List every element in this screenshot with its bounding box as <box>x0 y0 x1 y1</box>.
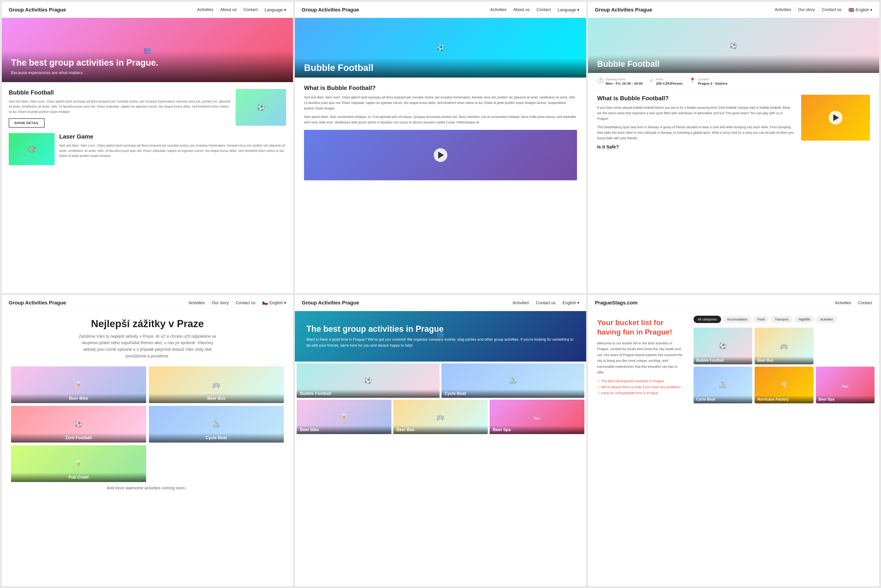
nav-lang-1[interactable]: Language ▾ <box>264 8 286 12</box>
p3-hero: ⚽ Bubble Football <box>588 18 879 73</box>
nav-bar-3: Group Activities Prague Activities Our s… <box>588 2 879 18</box>
nav-contact-1[interactable]: Contact <box>243 8 258 12</box>
p3-hero-title: Bubble Football <box>588 55 879 73</box>
nav-story-4[interactable]: Our story <box>212 300 229 305</box>
tile-beerspa-p5[interactable]: 🛁 Beer Spa <box>489 400 584 434</box>
nav-activities-6[interactable]: Activities <box>835 300 851 305</box>
p6-top-grid: ⚽ Bubble Football 🚌 Beer Bus <box>693 328 875 364</box>
hero-title-1: The best group activities in Prague. <box>11 58 284 68</box>
nav-contact-6[interactable]: Contact <box>858 300 872 305</box>
play-button[interactable] <box>434 148 447 162</box>
p3-two-col: What is Bubble Football? If you have nev… <box>597 95 870 153</box>
tile-bubble-p5-label: Bubble Football <box>297 389 440 398</box>
p5-hero: 🏙️ The best group activities in Prague W… <box>295 311 586 362</box>
p3-video[interactable] <box>801 95 870 141</box>
nav-links-6: Activities Contact <box>835 300 872 305</box>
nav-links-5: Activities Contact us English ▾ <box>513 300 579 305</box>
tile-beer-bus-label: Beer Bus <box>149 394 284 403</box>
tile-cycle[interactable]: 🚴 Cycle Boat <box>149 406 284 442</box>
p1-bubble-row: Bubble Football Sed sed diam. Nam nunc. … <box>9 89 286 128</box>
nav-contact-3[interactable]: Contact us <box>822 8 842 12</box>
filter-activities[interactable]: Activities <box>816 316 837 323</box>
clock-icon: 🕐 <box>597 78 603 84</box>
p3-right <box>801 95 870 153</box>
laser-row: 🎯 Laser Game Sed sed diam. Nam nunc. Cla… <box>9 133 286 165</box>
p5-hero-title: The best group activities in Prague <box>306 324 575 334</box>
tile-pub[interactable]: 🍺 Pub Crawl <box>11 445 146 482</box>
play-button-3[interactable] <box>829 111 842 124</box>
nav-contact-5[interactable]: Contact us <box>536 300 556 305</box>
check-icon: ✓ <box>650 78 654 84</box>
logo-5: Group Activities Prague <box>302 300 359 306</box>
tile-beer-bike[interactable]: 🍺 Beer Bike <box>11 366 146 403</box>
tile-beerspa-p6[interactable]: 🛁 Beer Spa <box>816 367 875 404</box>
tile-cycle-label: Cycle Boat <box>149 433 284 442</box>
nav-links-3: Activities Our story Contact us 🇬🇧 Engli… <box>775 7 872 13</box>
filter-all[interactable]: All categories <box>693 316 721 323</box>
meta-price-label: Price: <box>656 78 682 81</box>
nav-activities-3[interactable]: Activities <box>775 8 791 12</box>
filter-food[interactable]: Food <box>753 316 769 323</box>
nav-activities-5[interactable]: Activities <box>513 300 529 305</box>
play-triangle-3 <box>833 114 839 121</box>
tile-bubble-p6[interactable]: ⚽ Bubble Football <box>693 328 752 364</box>
p3-section-title: What is Bubble Football? <box>597 95 794 102</box>
p2-video[interactable] <box>304 130 577 180</box>
tile-cycle-p5-label: Cycle Boat <box>441 389 584 398</box>
p5-hero-subtitle: Want to have a good time in Prague? We'v… <box>306 336 575 348</box>
p3-left: What is Bubble Football? If you have nev… <box>597 95 794 153</box>
panel-2: Group Activities Prague Activities About… <box>295 2 586 293</box>
nav-about-2[interactable]: About us <box>513 8 530 12</box>
nav-story-3[interactable]: Our story <box>798 8 815 12</box>
tile-cycle-p6[interactable]: 🚴 Cycle Boat <box>693 367 752 404</box>
lang-flag-3: 🇬🇧 <box>848 7 854 13</box>
nav-lang-5[interactable]: English ▾ <box>563 300 579 305</box>
meta-location: 📍 Location: Prague 2 - Dejvice <box>689 78 727 86</box>
p2-hero-title: Bubble Football <box>295 58 586 78</box>
laser-thumb-inner: 🎯 <box>9 133 55 165</box>
logo-3: Group Activities Prague <box>595 7 652 13</box>
lang-label-3: English ▾ <box>855 8 872 12</box>
play-triangle <box>438 152 444 159</box>
tile-beer-bike-label: Beer Bike <box>11 394 146 403</box>
p3-is-safe: Is it Safe? <box>597 144 794 150</box>
nav-contact-2[interactable]: Contact <box>537 8 551 12</box>
tile-hurr-p6[interactable]: 🌪️ Hurricane Factory <box>755 367 813 404</box>
p6-checks: ✓ The best hand-picked activities in Pra… <box>597 379 684 395</box>
laser-text: Sed sed diam. Nam nunc. Class aptent tac… <box>59 143 286 158</box>
tile-cycle-p6-label: Cycle Boat <box>693 396 752 404</box>
nav-activities-2[interactable]: Activities <box>490 8 506 12</box>
nav-lang-3[interactable]: 🇬🇧 English ▾ <box>848 7 872 13</box>
nav-activities-4[interactable]: Activities <box>189 300 205 305</box>
meta-price-value: 250 CZK/Person <box>656 81 682 86</box>
tile-bubble-p5[interactable]: ⚽ Bubble Football <box>297 363 440 398</box>
nav-bar-1: Group Activities Prague Activities About… <box>2 2 293 18</box>
nav-lang-2[interactable]: Language ▾ <box>558 8 579 12</box>
nav-about-1[interactable]: About us <box>220 8 237 12</box>
tile-beer-bus[interactable]: 🚌 Beer Bus <box>149 366 284 403</box>
filter-accom[interactable]: Accomodation <box>723 316 752 323</box>
p4-bottom-grid: ⚽ Zorb Football 🚴 Cycle Boat 🍺 Pub Crawl <box>11 406 284 482</box>
panel-1: Group Activities Prague Activities About… <box>2 2 293 293</box>
tile-pub-label: Pub Crawl <box>11 472 146 482</box>
tile-beerbus-p5[interactable]: 🚌 Beer Bus <box>393 400 488 434</box>
show-detail-btn[interactable]: SHOW DETAIL <box>9 118 45 128</box>
filter-transport[interactable]: Transport <box>771 316 792 323</box>
meta-location-value: Prague 2 - Dejvice <box>698 81 727 86</box>
tile-cycle-p5[interactable]: 🚴 Cycle Boat <box>441 363 584 398</box>
tile-beerbike-p5[interactable]: 🍺 Beer Bike <box>297 400 391 434</box>
logo-1: Group Activities Prague <box>9 7 66 13</box>
nav-activities-1[interactable]: Activities <box>197 8 213 12</box>
nav-contact-4[interactable]: Contact us <box>236 300 255 305</box>
bubble-title: Bubble Football <box>9 89 231 96</box>
tile-zorb[interactable]: ⚽ Zorb Football <box>11 406 146 442</box>
panel-6: PragueStags.com Activities Contact Your … <box>588 295 879 586</box>
p2-body2: Nam ipsum dolor. Sed, consectetur tristi… <box>304 114 577 125</box>
laser-thumb: 🎯 <box>9 133 55 165</box>
nav-bar-5: Group Activities Prague Activities Conta… <box>295 295 586 311</box>
filter-nightlife[interactable]: Nightlife <box>794 316 815 323</box>
p3-content: What is Bubble Football? If you have nev… <box>588 90 879 293</box>
logo-2: Group Activities Prague <box>302 7 359 13</box>
tile-beerbus-p6[interactable]: 🚌 Beer Bus <box>755 328 813 364</box>
nav-lang-4[interactable]: 🇨🇿 English ▾ <box>262 300 286 306</box>
